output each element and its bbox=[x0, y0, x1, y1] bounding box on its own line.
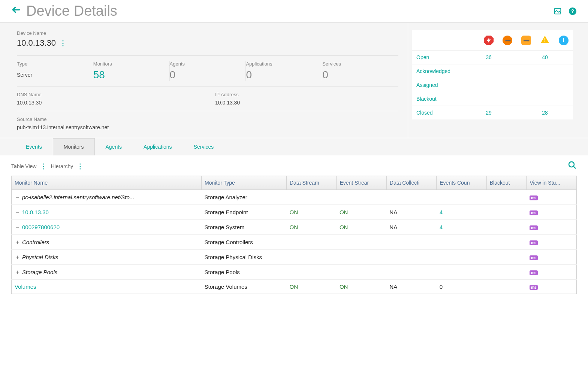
device-name-label: Device Name bbox=[17, 30, 398, 36]
expand-icon[interactable]: + bbox=[15, 254, 20, 261]
tab-agents[interactable]: Agents bbox=[95, 138, 133, 155]
ack-label[interactable]: Acknowledged bbox=[416, 68, 450, 74]
monitors-cell[interactable]: Monitors 58 bbox=[93, 61, 170, 81]
open-critical[interactable]: 36 bbox=[479, 51, 498, 64]
expand-icon[interactable]: + bbox=[15, 239, 20, 246]
svg-line-7 bbox=[573, 166, 576, 169]
event-stream-val: ON bbox=[340, 283, 348, 290]
table-view-menu-icon[interactable]: ⋮ bbox=[40, 162, 47, 170]
tab-applications[interactable]: Applications bbox=[133, 138, 183, 155]
collapse-icon[interactable]: − bbox=[15, 224, 20, 231]
closed-row[interactable]: Closed 29 28 bbox=[412, 106, 573, 120]
col-event-stream[interactable]: Event Strear bbox=[337, 176, 386, 190]
assigned-label[interactable]: Assigned bbox=[416, 82, 438, 88]
open-warning[interactable]: 40 bbox=[536, 51, 554, 64]
hierarchy-option[interactable]: Hierarchy bbox=[51, 163, 73, 169]
agents-value: 0 bbox=[170, 69, 240, 81]
table-row[interactable]: −pc-isabelle2.internal.sentrysoftware.ne… bbox=[12, 190, 577, 205]
table-row[interactable]: −000297800620 Storage System ON ON NA 4 … bbox=[12, 220, 577, 235]
monitor-type: Storage Pools bbox=[202, 265, 287, 280]
data-collection-val: NA bbox=[386, 205, 436, 220]
studio-icon[interactable]: ms bbox=[530, 240, 538, 245]
open-row[interactable]: Open 36 40 bbox=[412, 51, 573, 64]
blank-header bbox=[412, 30, 479, 51]
studio-icon[interactable]: ms bbox=[530, 255, 538, 260]
col-blackout[interactable]: Blackout bbox=[486, 176, 527, 190]
divider bbox=[17, 111, 398, 111]
studio-icon[interactable]: ms bbox=[530, 285, 538, 290]
events-count[interactable]: 4 bbox=[440, 224, 443, 230]
device-name-row: 10.0.13.30 ⋮ bbox=[17, 38, 398, 48]
tab-services[interactable]: Services bbox=[183, 138, 225, 155]
assigned-row[interactable]: Assigned bbox=[412, 78, 573, 92]
col-monitor-type[interactable]: Monitor Type bbox=[202, 176, 287, 190]
closed-warning[interactable]: 28 bbox=[536, 106, 554, 120]
open-major[interactable] bbox=[498, 51, 517, 64]
dns-ip-row: DNS Name 10.0.13.30 IP Address 10.0.13.3… bbox=[17, 92, 398, 106]
collapse-icon[interactable]: − bbox=[15, 209, 20, 216]
open-minor[interactable] bbox=[517, 51, 536, 64]
ip-value: 10.0.13.30 bbox=[215, 100, 398, 106]
tab-monitors[interactable]: Monitors bbox=[53, 138, 95, 155]
closed-critical[interactable]: 29 bbox=[479, 106, 498, 120]
data-stream-val: ON bbox=[289, 209, 298, 215]
tab-events[interactable]: Events bbox=[15, 138, 53, 155]
grid-header-row: Monitor Name Monitor Type Data Stream Ev… bbox=[12, 176, 577, 190]
blackout-label[interactable]: Blackout bbox=[416, 96, 437, 102]
collapse-icon[interactable]: − bbox=[15, 194, 20, 201]
dns-label: DNS Name bbox=[17, 92, 200, 97]
monitor-name[interactable]: 10.0.13.30 bbox=[22, 209, 49, 215]
data-stream-val: ON bbox=[289, 224, 298, 230]
data-stream-val: ON bbox=[289, 283, 298, 290]
open-info[interactable] bbox=[554, 51, 573, 64]
more-options-icon[interactable]: ⋮ bbox=[60, 39, 66, 47]
device-name: 10.0.13.30 bbox=[17, 38, 56, 48]
services-cell[interactable]: Services 0 bbox=[322, 61, 398, 81]
monitor-grid-wrap: Monitor Name Monitor Type Data Stream Ev… bbox=[0, 176, 588, 301]
col-events-count[interactable]: Events Coun bbox=[437, 176, 486, 190]
critical-header bbox=[479, 30, 498, 51]
event-summary-table: ➖ ➖ i Open 36 40 Acknowledged bbox=[412, 30, 573, 119]
severity-minor-icon: ➖ bbox=[521, 36, 531, 45]
table-row[interactable]: +Physical Disks Storage Physical Disks m… bbox=[12, 250, 577, 265]
col-data-collection[interactable]: Data Collecti bbox=[386, 176, 436, 190]
expand-icon[interactable]: + bbox=[15, 269, 20, 276]
studio-icon[interactable]: ms bbox=[530, 225, 538, 230]
studio-icon[interactable]: ms bbox=[530, 210, 538, 215]
hierarchy-menu-icon[interactable]: ⋮ bbox=[77, 162, 84, 170]
closed-label[interactable]: Closed bbox=[416, 110, 433, 116]
table-row[interactable]: +Storage Pools Storage Pools ms bbox=[12, 265, 577, 280]
device-info-panel: Device Name 10.0.13.30 ⋮ Type Server Mon… bbox=[0, 23, 408, 138]
monitor-name[interactable]: Volumes bbox=[15, 283, 36, 290]
col-view-studio[interactable]: View in Stu... bbox=[527, 176, 577, 190]
studio-icon[interactable]: ms bbox=[530, 195, 538, 200]
table-row[interactable]: −10.0.13.30 Storage Endpoint ON ON NA 4 … bbox=[12, 205, 577, 220]
applications-cell[interactable]: Applications 0 bbox=[246, 61, 322, 81]
table-view-option[interactable]: Table View bbox=[11, 163, 36, 169]
help-icon[interactable]: ? bbox=[569, 7, 577, 15]
monitor-name[interactable]: 000297800620 bbox=[22, 224, 60, 230]
monitor-type: Storage Endpoint bbox=[202, 205, 287, 220]
search-icon[interactable] bbox=[568, 161, 577, 172]
type-value: Server bbox=[17, 72, 87, 78]
warning-header bbox=[536, 30, 554, 51]
table-row[interactable]: +Controllers Storage Controllers ms bbox=[12, 235, 577, 250]
svg-text:?: ? bbox=[571, 8, 574, 14]
top-bar: Device Details ? bbox=[0, 0, 588, 22]
col-monitor-name[interactable]: Monitor Name bbox=[12, 176, 202, 190]
studio-icon[interactable]: ms bbox=[530, 270, 538, 275]
applications-label: Applications bbox=[246, 61, 316, 67]
events-count: 0 bbox=[437, 280, 486, 294]
title-wrap: Device Details bbox=[11, 3, 117, 19]
back-arrow-icon[interactable] bbox=[11, 5, 21, 17]
events-count[interactable]: 4 bbox=[440, 209, 443, 215]
source-value: pub-tsim113.internal.sentrysoftware.net bbox=[17, 124, 398, 130]
ack-row[interactable]: Acknowledged bbox=[412, 64, 573, 78]
table-row[interactable]: Volumes Storage Volumes ON ON NA 0 ms bbox=[12, 280, 577, 294]
blackout-row[interactable]: Blackout bbox=[412, 92, 573, 106]
agents-cell[interactable]: Agents 0 bbox=[170, 61, 246, 81]
services-value: 0 bbox=[322, 69, 393, 81]
col-data-stream[interactable]: Data Stream bbox=[286, 176, 336, 190]
image-icon[interactable] bbox=[554, 7, 562, 15]
open-label[interactable]: Open bbox=[416, 54, 429, 60]
